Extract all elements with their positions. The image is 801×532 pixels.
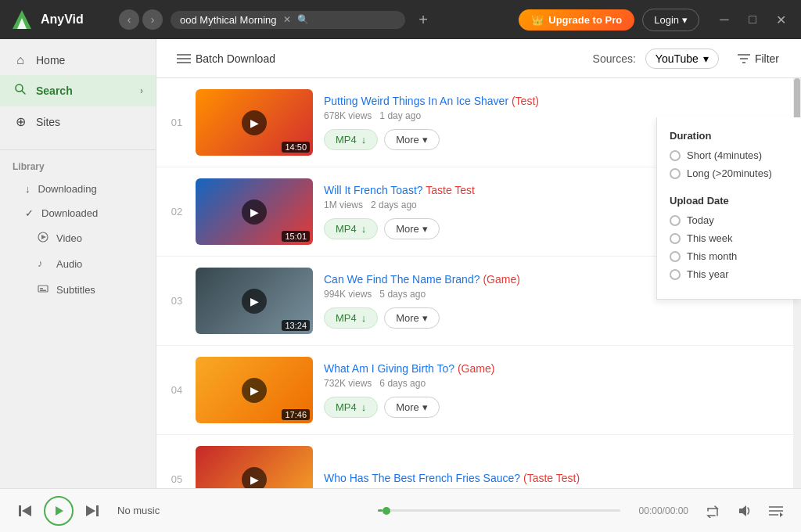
close-button[interactable]: ✕ <box>770 9 792 31</box>
home-icon: ⌂ <box>13 53 28 67</box>
play-overlay: ▶ <box>242 378 267 403</box>
progress-dot <box>383 507 390 515</box>
filter-short-label: Short (4minutes) <box>687 149 762 161</box>
table-row: 05 ▶ Who Has The Best French Fries Sauce… <box>156 435 793 488</box>
chevron-down-icon: ▾ <box>682 14 688 26</box>
logo-area: AnyVid <box>9 7 111 32</box>
nav-arrows: ‹ › <box>119 9 163 30</box>
duration-badge: 13:24 <box>282 320 310 331</box>
filter-today-label: Today <box>687 214 714 226</box>
thumbnail: ▶ 13:24 <box>196 268 313 334</box>
player-bar: No music 00:00/00:00 <box>0 488 801 532</box>
duration-badge: 17:46 <box>282 409 310 420</box>
filter-option-this-year[interactable]: This year <box>670 268 788 280</box>
repeat-button[interactable] <box>701 498 726 523</box>
radio-today[interactable] <box>670 215 681 226</box>
sidebar-item-video[interactable]: Video <box>0 225 156 251</box>
filter-option-long[interactable]: Long (>20minutes) <box>670 167 788 179</box>
sidebar-item-sites[interactable]: ⊕ Sites <box>0 106 156 137</box>
radio-this-month[interactable] <box>670 251 681 262</box>
svg-marker-17 <box>22 505 31 516</box>
search-icon: 🔍 <box>297 14 309 25</box>
sidebar-item-sites-label: Sites <box>36 116 60 128</box>
radio-long[interactable] <box>670 168 681 179</box>
more-button[interactable]: More ▾ <box>384 129 440 150</box>
chevron-down-icon: ▾ <box>422 223 428 235</box>
download-icon: ↓ <box>25 183 31 195</box>
svg-marker-20 <box>86 505 95 516</box>
login-button[interactable]: Login ▾ <box>642 9 699 31</box>
chevron-down-icon: ▾ <box>703 52 709 65</box>
filter-option-this-week[interactable]: This week <box>670 232 788 244</box>
player-right-controls <box>701 498 788 523</box>
chevron-down-icon: ▾ <box>422 401 428 413</box>
download-icon: ↓ <box>361 401 367 413</box>
radio-this-week[interactable] <box>670 233 681 244</box>
source-selector[interactable]: YouTube ▾ <box>645 49 719 69</box>
thumbnail: ▶ <box>196 446 313 488</box>
mp4-button[interactable]: MP4 ↓ <box>324 397 378 418</box>
more-label: More <box>396 223 419 235</box>
filter-option-this-month[interactable]: This month <box>670 250 788 262</box>
item-info: Who Has The Best French Fries Sauce? (Ta… <box>324 472 781 487</box>
search-icon <box>13 83 28 99</box>
item-title[interactable]: What Am I Giving Birth To? (Game) <box>324 362 781 375</box>
search-tab[interactable]: ood Mythical Morning ✕ 🔍 <box>171 11 405 29</box>
sources-label: Sources: <box>593 52 636 65</box>
volume-button[interactable] <box>732 498 757 523</box>
radio-this-year[interactable] <box>670 269 681 280</box>
more-button[interactable]: More ▾ <box>384 397 440 418</box>
play-pause-button[interactable] <box>44 496 74 526</box>
sidebar-item-home[interactable]: ⌂ Home <box>0 45 156 75</box>
svg-marker-5 <box>41 235 46 239</box>
subtitles-label: Subtitles <box>56 284 95 296</box>
sidebar: ⌂ Home Search › ⊕ Sites Library ↓ <box>0 39 156 488</box>
sidebar-item-audio[interactable]: ♪ Audio <box>0 251 156 277</box>
item-info: What Am I Giving Birth To? (Game) 732K v… <box>324 362 781 418</box>
item-title[interactable]: Who Has The Best French Fries Sauce? (Ta… <box>324 472 781 484</box>
sidebar-item-downloaded[interactable]: ✓ Downloaded <box>0 201 156 225</box>
filter-panel: Duration Short (4minutes) Long (>20minut… <box>656 117 801 300</box>
item-meta: 732K views 6 days ago <box>324 378 781 389</box>
sidebar-item-downloading[interactable]: ↓ Downloading <box>0 177 156 201</box>
duration-badge: 15:01 <box>282 231 310 242</box>
filter-option-today[interactable]: Today <box>670 214 788 226</box>
sidebar-item-search[interactable]: Search › <box>0 75 156 106</box>
item-title[interactable]: Putting Weird Things In An Ice Shaver (T… <box>324 95 781 107</box>
svg-marker-18 <box>56 506 63 516</box>
sidebar-item-subtitles[interactable]: Subtitles <box>0 277 156 303</box>
radio-short[interactable] <box>670 150 681 161</box>
batch-download-button[interactable]: Batch Download <box>169 48 283 70</box>
filter-this-month-label: This month <box>687 250 737 262</box>
close-tab-icon[interactable]: ✕ <box>283 14 291 25</box>
forward-button[interactable]: › <box>142 9 163 30</box>
back-button[interactable]: ‹ <box>119 9 139 30</box>
next-button[interactable] <box>80 498 105 523</box>
item-actions: MP4 ↓ More ▾ <box>324 397 781 418</box>
player-track-title: No music <box>117 505 359 516</box>
more-button[interactable]: More ▾ <box>384 218 440 239</box>
maximize-button[interactable]: □ <box>742 9 763 31</box>
mp4-button[interactable]: MP4 ↓ <box>324 218 378 239</box>
sidebar-item-home-label: Home <box>36 54 65 66</box>
minimize-button[interactable]: ─ <box>713 9 735 31</box>
batch-download-label: Batch Download <box>196 52 275 65</box>
audio-label: Audio <box>56 258 82 270</box>
sidebar-item-search-label: Search <box>36 84 73 97</box>
title-bar: AnyVid ‹ › ood Mythical Morning ✕ 🔍 + 👑 … <box>0 0 801 39</box>
play-overlay: ▶ <box>242 200 267 225</box>
item-actions: MP4 ↓ More ▾ <box>324 307 781 329</box>
mp4-label: MP4 <box>336 134 357 146</box>
player-progress-bar[interactable] <box>378 509 620 512</box>
more-button[interactable]: More ▾ <box>384 307 440 329</box>
mp4-button[interactable]: MP4 ↓ <box>324 307 378 329</box>
upgrade-button[interactable]: 👑 Upgrade to Pro <box>519 9 634 31</box>
mp4-button[interactable]: MP4 ↓ <box>324 129 378 150</box>
download-icon: ↓ <box>361 223 367 235</box>
filter-option-short[interactable]: Short (4minutes) <box>670 149 788 161</box>
add-tab-button[interactable]: + <box>413 9 433 30</box>
download-icon: ↓ <box>361 134 367 146</box>
playlist-button[interactable] <box>763 498 788 523</box>
previous-button[interactable] <box>13 498 38 523</box>
filter-button[interactable]: Filter <box>728 48 788 70</box>
